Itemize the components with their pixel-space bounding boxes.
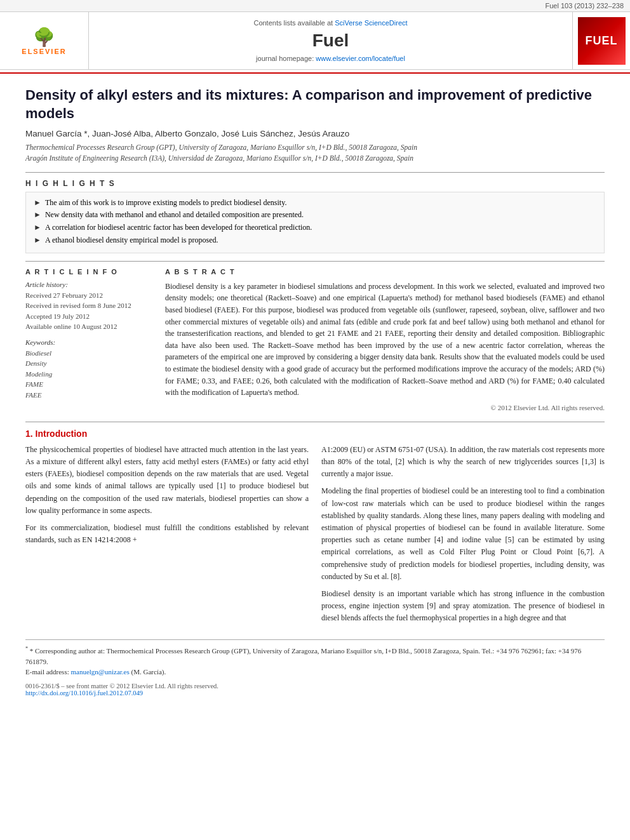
intro-para-4: Modeling the final properties of biodies… xyxy=(321,485,605,583)
intro-left-col: The physicochemical properties of biodie… xyxy=(25,444,309,630)
arrow-icon-2: ► xyxy=(34,210,41,220)
elsevier-name: ELSEVIER xyxy=(22,48,66,55)
highlight-item-3: ► A correlation for biodiesel acentric f… xyxy=(34,222,596,233)
sciverse-line: Contents lists available at SciVerse Sci… xyxy=(253,19,407,27)
intro-para-2: For its commercialization, biodiesel mus… xyxy=(25,522,309,546)
article-title: Density of alkyl esters and its mixtures… xyxy=(25,86,605,123)
email-link[interactable]: manuelgn@unizar.es xyxy=(70,668,129,676)
arrow-icon-1: ► xyxy=(34,197,41,208)
homepage-link[interactable]: www.elsevier.com/locate/fuel xyxy=(316,55,405,62)
footnote-section: * * Corresponding author at: Thermochemi… xyxy=(25,645,605,677)
logo-image: 🌳 ELSEVIER xyxy=(10,23,79,58)
divider-2 xyxy=(25,261,605,262)
journal-top-bar: 🌳 ELSEVIER Contents lists available at S… xyxy=(0,12,630,70)
citation-bar: Fuel 103 (2013) 232–238 xyxy=(0,0,630,12)
highlight-text-1: The aim of this work is to improve exist… xyxy=(45,197,287,208)
highlight-text-4: A ethanol biodiesel density empirical mo… xyxy=(45,235,218,246)
highlight-text-3: A correlation for biodiesel acentric fac… xyxy=(45,222,312,233)
keyword-5: FAEE xyxy=(25,390,152,401)
footer-copyright: 0016-2361/$ – see front matter © 2012 El… xyxy=(25,683,605,690)
arrow-icon-4: ► xyxy=(34,235,41,246)
fuel-logo-box: FUEL xyxy=(578,17,626,65)
elsevier-logo-area: 🌳 ELSEVIER xyxy=(0,12,89,69)
fuel-logo-area: FUEL xyxy=(573,12,630,69)
affiliations: Thermochemical Processes Research Group … xyxy=(25,142,605,164)
doi-link[interactable]: http://dx.doi.org/10.1016/j.fuel.2012.07… xyxy=(25,690,143,697)
keyword-4: FAME xyxy=(25,379,152,390)
authors-line: Manuel García *, Juan-José Alba, Alberto… xyxy=(25,129,605,138)
keywords-group: Keywords: Biodiesel Density Modeling FAM… xyxy=(25,338,152,401)
citation-text: Fuel 103 (2013) 232–238 xyxy=(545,2,624,10)
arrow-icon-3: ► xyxy=(34,222,41,233)
abstract-label: A B S T R A C T xyxy=(165,268,605,276)
elsevier-logo: 🌳 ELSEVIER xyxy=(10,23,79,58)
keyword-1: Biodiesel xyxy=(25,348,152,359)
keywords-subhead: Keywords: xyxy=(25,338,152,346)
article-history-group: Article history: Received 27 February 20… xyxy=(25,281,152,332)
footer-doi: http://dx.doi.org/10.1016/j.fuel.2012.07… xyxy=(25,690,605,697)
highlight-text-2: New density data with methanol and ethan… xyxy=(45,210,304,220)
sciverse-prefix: Contents lists available at xyxy=(253,19,333,27)
keyword-2: Density xyxy=(25,358,152,369)
logo-tree-icon: 🌳 xyxy=(33,27,55,48)
corresponding-author-text: * Corresponding author at: Thermochemica… xyxy=(25,647,581,665)
footnote-email: E-mail address: manuelgn@unizar.es (M. G… xyxy=(25,667,605,677)
main-content: Density of alkyl esters and its mixtures… xyxy=(0,74,630,709)
intro-para-5: Biodiesel density is an important variab… xyxy=(321,588,605,625)
issn-text: 0016-2361/$ – see front matter © 2012 El… xyxy=(25,683,218,690)
received-line: Received 27 February 2012 xyxy=(25,290,152,301)
divider-1 xyxy=(25,172,605,173)
journal-title: Fuel xyxy=(312,30,349,51)
highlights-box: ► The aim of this work is to improve exi… xyxy=(25,192,605,253)
highlight-item-4: ► A ethanol biodiesel density empirical … xyxy=(34,235,596,246)
highlight-item-2: ► New density data with methanol and eth… xyxy=(34,210,596,220)
journal-header: Fuel 103 (2013) 232–238 🌳 ELSEVIER Conte… xyxy=(0,0,630,74)
journal-homepage: journal homepage: www.elsevier.com/locat… xyxy=(256,55,405,62)
intro-para-3: A1:2009 (EU) or ASTM 6751-07 (USA). In a… xyxy=(321,444,605,481)
affiliation-1: Thermochemical Processes Research Group … xyxy=(25,142,605,153)
footnote-corresponding: * * Corresponding author at: Thermochemi… xyxy=(25,645,605,667)
article-info-col: A R T I C L E I N F O Article history: R… xyxy=(25,268,152,411)
info-abstract-section: A R T I C L E I N F O Article history: R… xyxy=(25,268,605,411)
available-line: Available online 10 August 2012 xyxy=(25,321,152,332)
article-info-label: A R T I C L E I N F O xyxy=(25,268,152,276)
copyright-line: © 2012 Elsevier Ltd. All rights reserved… xyxy=(165,404,605,411)
sciverse-link[interactable]: SciVerse ScienceDirect xyxy=(335,19,407,27)
accepted-line: Accepted 19 July 2012 xyxy=(25,311,152,322)
divider-3 xyxy=(25,422,605,422)
introduction-heading: 1. Introduction xyxy=(25,429,605,439)
introduction-body: The physicochemical properties of biodie… xyxy=(25,444,605,630)
intro-para-1: The physicochemical properties of biodie… xyxy=(25,444,309,517)
introduction-section: 1. Introduction The physicochemical prop… xyxy=(25,429,605,630)
affiliation-2: Aragón Institute of Engineering Research… xyxy=(25,153,605,164)
history-subhead: Article history: xyxy=(25,281,152,288)
highlights-section: H I G H L I G H T S ► The aim of this wo… xyxy=(25,179,605,253)
revised-line: Received in revised form 8 June 2012 xyxy=(25,300,152,311)
page-footer: * * Corresponding author at: Thermochemi… xyxy=(25,639,605,696)
email-label: E-mail address: xyxy=(25,668,70,676)
intro-right-col: A1:2009 (EU) or ASTM 6751-07 (USA). In a… xyxy=(321,444,605,630)
email-author: (M. García). xyxy=(131,668,166,676)
keyword-3: Modeling xyxy=(25,369,152,380)
abstract-col: A B S T R A C T Biodiesel density is a k… xyxy=(165,268,605,411)
highlights-title: H I G H L I G H T S xyxy=(25,179,605,188)
abstract-text: Biodiesel density is a key parameter in … xyxy=(165,281,605,399)
journal-center: Contents lists available at SciVerse Sci… xyxy=(89,12,573,69)
authors-text: Manuel García *, Juan-José Alba, Alberto… xyxy=(25,129,349,138)
highlight-item-1: ► The aim of this work is to improve exi… xyxy=(34,197,596,208)
